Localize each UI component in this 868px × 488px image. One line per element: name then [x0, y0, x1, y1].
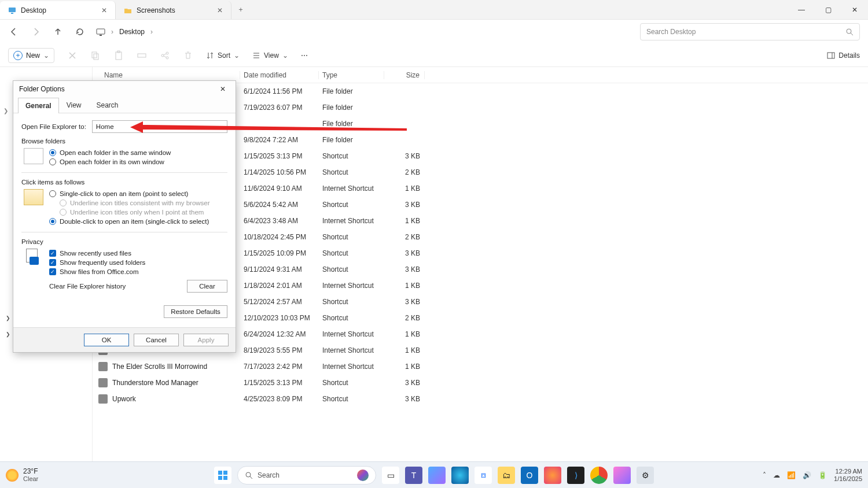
teams-icon[interactable]: T: [405, 467, 422, 484]
details-icon: [827, 51, 835, 60]
open-explorer-combo[interactable]: Home: [92, 120, 227, 133]
clock[interactable]: 12:29 AM 1/16/2025: [834, 468, 862, 482]
task-view-button[interactable]: ▭: [382, 467, 399, 484]
refresh-button[interactable]: [74, 26, 86, 38]
expand-handle[interactable]: ❯: [3, 108, 8, 114]
tab-screenshots[interactable]: Screenshots ✕: [116, 1, 231, 19]
radio-same-window[interactable]: Open each folder in the same window: [49, 148, 227, 157]
forward-button[interactable]: [30, 26, 42, 38]
details-pane-button[interactable]: Details: [827, 51, 860, 60]
tray-overflow-button[interactable]: ˄: [763, 471, 766, 479]
rename-icon[interactable]: [137, 50, 147, 61]
up-button[interactable]: [52, 26, 64, 38]
group-title: Privacy: [21, 238, 227, 245]
maximize-button[interactable]: ▢: [815, 0, 841, 19]
dialog-titlebar[interactable]: Folder Options ✕: [13, 81, 236, 97]
tab-general[interactable]: General: [18, 98, 59, 113]
file-type: Shortcut: [319, 249, 384, 257]
file-type: Shortcut: [319, 265, 384, 273]
restore-defaults-button[interactable]: Restore Defaults: [164, 305, 227, 318]
radio-double-click[interactable]: Double-click to open an item (single-cli…: [49, 217, 227, 226]
new-tab-button[interactable]: ＋: [231, 0, 250, 19]
folder-pictogram-icon: [24, 189, 43, 205]
close-icon[interactable]: ✕: [101, 6, 107, 14]
file-date: 9/11/2024 9:31 AM: [240, 265, 319, 273]
col-date[interactable]: Date modified: [240, 71, 319, 79]
cancel-button[interactable]: Cancel: [134, 334, 179, 346]
chrome-icon[interactable]: [590, 467, 608, 484]
battery-icon[interactable]: 🔋: [818, 471, 827, 479]
delete-icon[interactable]: [183, 50, 193, 61]
app-icon[interactable]: [613, 467, 631, 484]
chevron-right-icon[interactable]: ›: [111, 28, 113, 36]
breadcrumb[interactable]: › Desktop ›: [96, 27, 630, 36]
dropbox-icon[interactable]: ⧈: [475, 467, 492, 484]
breadcrumb-current[interactable]: Desktop: [119, 28, 145, 36]
tab-desktop[interactable]: Desktop ✕: [0, 1, 116, 19]
firefox-icon[interactable]: [544, 467, 561, 484]
file-date: 11/6/2024 9:10 AM: [240, 184, 319, 193]
start-button[interactable]: [214, 467, 231, 484]
taskbar-search[interactable]: Search: [237, 466, 376, 485]
sort-button[interactable]: Sort ⌄: [206, 51, 240, 60]
file-size: 2 KB: [384, 168, 425, 176]
volume-icon[interactable]: 🔊: [803, 471, 811, 479]
view-button[interactable]: View ⌄: [252, 51, 288, 60]
close-icon[interactable]: ✕: [216, 85, 230, 93]
cut-icon[interactable]: [67, 50, 78, 61]
clear-button[interactable]: Clear: [187, 280, 227, 293]
open-explorer-value: Home: [96, 123, 114, 130]
table-row[interactable]: The Elder Scrolls III Morrowind7/17/2023…: [93, 358, 868, 375]
file-size: 1 KB: [384, 282, 425, 290]
folder-options-dialog: Folder Options ✕ General View Search Ope…: [13, 80, 236, 353]
tab-view[interactable]: View: [59, 97, 89, 113]
dialog-body: Open File Explorer to: Home Browse folde…: [13, 113, 236, 327]
radio-own-window[interactable]: Open each folder in its own window: [49, 157, 227, 167]
svg-rect-0: [9, 8, 16, 12]
settings-icon[interactable]: ⚙: [637, 467, 654, 484]
radio-single-click[interactable]: Single-click to open an item (point to s…: [49, 189, 227, 198]
svg-point-23: [246, 472, 251, 477]
col-type[interactable]: Type: [319, 71, 384, 79]
file-date: 1/18/2024 2:01 AM: [240, 282, 319, 290]
outlook-icon[interactable]: O: [521, 467, 538, 484]
svg-rect-19: [218, 471, 222, 475]
edge-icon[interactable]: [451, 467, 469, 484]
vscode-icon[interactable]: ⟩: [567, 467, 584, 484]
tab-label: Screenshots: [137, 6, 175, 14]
ok-button[interactable]: OK: [84, 334, 129, 346]
copilot-icon[interactable]: [428, 467, 446, 484]
copy-icon[interactable]: [90, 50, 101, 61]
file-date: 1/15/2025 3:13 PM: [240, 379, 319, 387]
apply-button[interactable]: Apply: [183, 334, 229, 346]
chevron-right-icon[interactable]: ›: [150, 28, 153, 36]
minimize-button[interactable]: —: [788, 0, 815, 19]
col-size[interactable]: Size: [384, 71, 425, 79]
paste-icon[interactable]: [113, 50, 124, 61]
back-button[interactable]: [8, 26, 20, 38]
chevron-down-icon: ⌄: [282, 51, 288, 60]
new-button[interactable]: + New ⌄: [8, 48, 54, 63]
wifi-icon[interactable]: 📶: [787, 471, 796, 479]
table-row[interactable]: Upwork4/25/2023 8:09 PMShortcut3 KB: [93, 391, 868, 407]
tab-search[interactable]: Search: [89, 97, 126, 113]
radio-icon: [49, 158, 56, 165]
check-frequent-folders[interactable]: ✓ Show frequently used folders: [49, 258, 227, 267]
check-recent-files[interactable]: ✓ Show recently used files: [49, 249, 227, 258]
onedrive-icon[interactable]: ☁: [773, 471, 780, 479]
browse-folders-group: Browse folders Open each folder in the s…: [21, 138, 227, 173]
search-input[interactable]: Search Desktop: [640, 23, 860, 40]
check-office-files[interactable]: ✓ Show files from Office.com: [49, 267, 227, 276]
radio-underline-point: Underline icon titles only when I point …: [60, 208, 227, 217]
more-button[interactable]: ⋯: [301, 51, 308, 60]
share-icon[interactable]: [160, 50, 170, 61]
explorer-icon[interactable]: 🗂: [498, 467, 515, 484]
weather-widget[interactable]: 23°F Clear: [6, 468, 38, 482]
svg-point-11: [166, 52, 168, 54]
table-row[interactable]: Thunderstore Mod Manager1/15/2025 3:13 P…: [93, 375, 868, 391]
file-size: 3 KB: [384, 298, 425, 306]
nav-bar: › Desktop › Search Desktop: [0, 20, 868, 44]
close-icon[interactable]: ✕: [217, 6, 223, 14]
close-button[interactable]: ✕: [841, 0, 868, 19]
col-name[interactable]: Name: [93, 71, 240, 79]
